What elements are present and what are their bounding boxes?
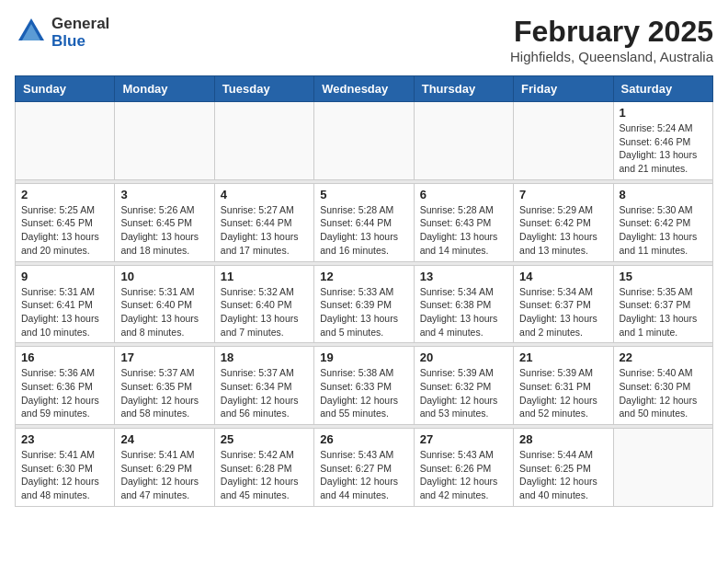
calendar-week-5: 23Sunrise: 5:41 AM Sunset: 6:30 PM Dayli…: [16, 429, 713, 507]
calendar-cell: [514, 102, 613, 180]
day-number: 16: [21, 350, 108, 364]
day-number: 10: [120, 270, 208, 283]
day-info: Sunrise: 5:39 AM Sunset: 6:32 PM Dayligh…: [420, 366, 507, 420]
calendar-week-3: 9Sunrise: 5:31 AM Sunset: 6:41 PM Daylig…: [16, 265, 713, 343]
calendar-cell: 15Sunrise: 5:35 AM Sunset: 6:37 PM Dayli…: [613, 265, 712, 343]
day-info: Sunrise: 5:43 AM Sunset: 6:26 PM Dayligh…: [420, 448, 507, 502]
calendar-cell: [613, 429, 712, 507]
calendar-table: SundayMondayTuesdayWednesdayThursdayFrid…: [15, 75, 713, 507]
logo-icon: [15, 15, 48, 48]
calendar-cell: 3Sunrise: 5:26 AM Sunset: 6:45 PM Daylig…: [115, 183, 214, 261]
calendar-cell: 26Sunrise: 5:43 AM Sunset: 6:27 PM Dayli…: [314, 429, 414, 507]
day-number: 15: [620, 270, 707, 283]
day-info: Sunrise: 5:34 AM Sunset: 6:38 PM Dayligh…: [420, 285, 507, 339]
day-info: Sunrise: 5:31 AM Sunset: 6:41 PM Dayligh…: [21, 285, 108, 339]
calendar-cell: [314, 102, 414, 180]
day-number: 1: [620, 106, 707, 120]
weekday-header-friday: Friday: [514, 76, 613, 102]
day-number: 3: [120, 188, 208, 201]
day-number: 22: [620, 350, 707, 364]
day-number: 6: [420, 188, 507, 201]
calendar-cell: 13Sunrise: 5:34 AM Sunset: 6:38 PM Dayli…: [414, 265, 513, 343]
logo-blue: Blue: [51, 33, 109, 51]
calendar-cell: 7Sunrise: 5:29 AM Sunset: 6:42 PM Daylig…: [514, 183, 613, 261]
day-number: 13: [420, 270, 507, 283]
day-info: Sunrise: 5:34 AM Sunset: 6:37 PM Dayligh…: [519, 285, 607, 339]
day-info: Sunrise: 5:26 AM Sunset: 6:45 PM Dayligh…: [120, 203, 208, 258]
calendar-cell: 17Sunrise: 5:37 AM Sunset: 6:35 PM Dayli…: [115, 347, 214, 425]
calendar-cell: 2Sunrise: 5:25 AM Sunset: 6:45 PM Daylig…: [16, 183, 115, 261]
day-info: Sunrise: 5:29 AM Sunset: 6:42 PM Dayligh…: [519, 203, 607, 258]
calendar-cell: 19Sunrise: 5:38 AM Sunset: 6:33 PM Dayli…: [314, 347, 414, 425]
day-number: 26: [320, 432, 407, 446]
day-info: Sunrise: 5:30 AM Sunset: 6:42 PM Dayligh…: [620, 203, 707, 258]
calendar-cell: [115, 102, 214, 180]
day-number: 8: [620, 188, 707, 201]
calendar-week-1: 1Sunrise: 5:24 AM Sunset: 6:46 PM Daylig…: [16, 102, 713, 180]
day-info: Sunrise: 5:24 AM Sunset: 6:46 PM Dayligh…: [620, 121, 707, 176]
weekday-header-sunday: Sunday: [16, 76, 115, 102]
day-number: 27: [420, 432, 507, 446]
day-number: 2: [21, 188, 108, 201]
day-info: Sunrise: 5:42 AM Sunset: 6:28 PM Dayligh…: [221, 448, 308, 502]
month-title: February 2025: [510, 15, 713, 49]
day-info: Sunrise: 5:36 AM Sunset: 6:36 PM Dayligh…: [21, 366, 108, 420]
calendar-cell: 1Sunrise: 5:24 AM Sunset: 6:46 PM Daylig…: [613, 102, 712, 180]
day-number: 5: [320, 188, 407, 201]
day-info: Sunrise: 5:43 AM Sunset: 6:27 PM Dayligh…: [320, 448, 407, 502]
calendar-cell: 4Sunrise: 5:27 AM Sunset: 6:44 PM Daylig…: [214, 183, 313, 261]
calendar-cell: 22Sunrise: 5:40 AM Sunset: 6:30 PM Dayli…: [613, 347, 712, 425]
day-info: Sunrise: 5:41 AM Sunset: 6:29 PM Dayligh…: [120, 448, 208, 502]
calendar-cell: 5Sunrise: 5:28 AM Sunset: 6:44 PM Daylig…: [314, 183, 414, 261]
weekday-header-tuesday: Tuesday: [214, 76, 313, 102]
calendar-cell: 11Sunrise: 5:32 AM Sunset: 6:40 PM Dayli…: [214, 265, 313, 343]
page-header: General Blue February 2025 Highfields, Q…: [15, 15, 713, 64]
day-info: Sunrise: 5:33 AM Sunset: 6:39 PM Dayligh…: [320, 285, 407, 339]
day-info: Sunrise: 5:25 AM Sunset: 6:45 PM Dayligh…: [21, 203, 108, 258]
calendar-cell: [414, 102, 513, 180]
title-area: February 2025 Highfields, Queensland, Au…: [510, 15, 713, 64]
calendar-week-2: 2Sunrise: 5:25 AM Sunset: 6:45 PM Daylig…: [16, 183, 713, 261]
day-number: 12: [320, 270, 407, 283]
calendar-cell: 12Sunrise: 5:33 AM Sunset: 6:39 PM Dayli…: [314, 265, 414, 343]
day-info: Sunrise: 5:39 AM Sunset: 6:31 PM Dayligh…: [519, 366, 607, 420]
day-info: Sunrise: 5:28 AM Sunset: 6:44 PM Dayligh…: [320, 203, 407, 258]
day-number: 7: [519, 188, 607, 201]
day-info: Sunrise: 5:27 AM Sunset: 6:44 PM Dayligh…: [221, 203, 308, 258]
logo-general: General: [51, 16, 109, 33]
calendar-cell: 6Sunrise: 5:28 AM Sunset: 6:43 PM Daylig…: [414, 183, 513, 261]
calendar-cell: 18Sunrise: 5:37 AM Sunset: 6:34 PM Dayli…: [214, 347, 313, 425]
calendar-cell: 20Sunrise: 5:39 AM Sunset: 6:32 PM Dayli…: [414, 347, 513, 425]
calendar-header-row: SundayMondayTuesdayWednesdayThursdayFrid…: [16, 76, 713, 102]
calendar-cell: 10Sunrise: 5:31 AM Sunset: 6:40 PM Dayli…: [115, 265, 214, 343]
calendar-cell: 24Sunrise: 5:41 AM Sunset: 6:29 PM Dayli…: [115, 429, 214, 507]
day-info: Sunrise: 5:37 AM Sunset: 6:35 PM Dayligh…: [120, 366, 208, 420]
calendar-cell: 8Sunrise: 5:30 AM Sunset: 6:42 PM Daylig…: [613, 183, 712, 261]
calendar-week-4: 16Sunrise: 5:36 AM Sunset: 6:36 PM Dayli…: [16, 347, 713, 425]
calendar-cell: 16Sunrise: 5:36 AM Sunset: 6:36 PM Dayli…: [16, 347, 115, 425]
weekday-header-monday: Monday: [115, 76, 214, 102]
calendar-cell: 28Sunrise: 5:44 AM Sunset: 6:25 PM Dayli…: [514, 429, 613, 507]
day-info: Sunrise: 5:28 AM Sunset: 6:43 PM Dayligh…: [420, 203, 507, 258]
day-number: 24: [120, 432, 208, 446]
day-info: Sunrise: 5:40 AM Sunset: 6:30 PM Dayligh…: [620, 366, 707, 420]
day-number: 23: [21, 432, 108, 446]
location-subtitle: Highfields, Queensland, Australia: [510, 49, 713, 64]
day-number: 20: [420, 350, 507, 364]
day-number: 14: [519, 270, 607, 283]
day-info: Sunrise: 5:31 AM Sunset: 6:40 PM Dayligh…: [120, 285, 208, 339]
calendar-cell: 27Sunrise: 5:43 AM Sunset: 6:26 PM Dayli…: [414, 429, 513, 507]
day-number: 9: [21, 270, 108, 283]
day-info: Sunrise: 5:44 AM Sunset: 6:25 PM Dayligh…: [519, 448, 607, 502]
day-number: 28: [519, 432, 607, 446]
calendar-cell: 25Sunrise: 5:42 AM Sunset: 6:28 PM Dayli…: [214, 429, 313, 507]
calendar-cell: 23Sunrise: 5:41 AM Sunset: 6:30 PM Dayli…: [16, 429, 115, 507]
day-info: Sunrise: 5:35 AM Sunset: 6:37 PM Dayligh…: [620, 285, 707, 339]
day-info: Sunrise: 5:41 AM Sunset: 6:30 PM Dayligh…: [21, 448, 108, 502]
calendar-cell: [16, 102, 115, 180]
day-number: 25: [221, 432, 308, 446]
day-number: 4: [221, 188, 308, 201]
day-number: 18: [221, 350, 308, 364]
day-info: Sunrise: 5:37 AM Sunset: 6:34 PM Dayligh…: [221, 366, 308, 420]
calendar-cell: [214, 102, 313, 180]
